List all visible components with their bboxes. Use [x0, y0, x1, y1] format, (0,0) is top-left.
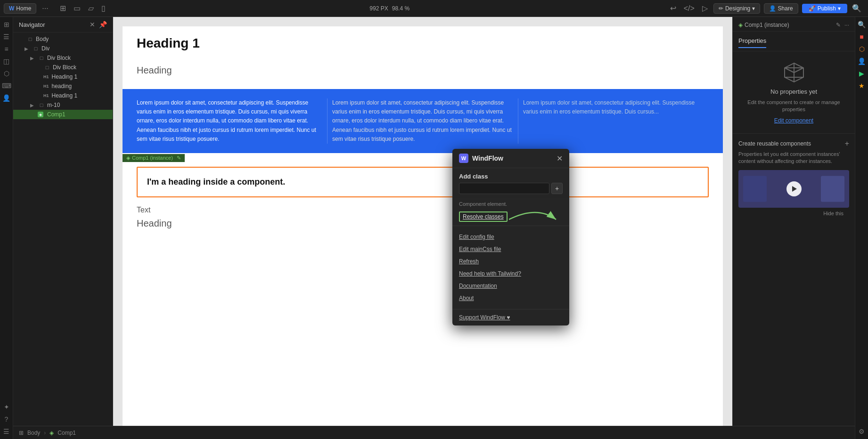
navigator-header-icons: ✕ 📌: [90, 21, 107, 28]
comp-box-heading: I'm a heading inside a component.: [147, 177, 698, 187]
nav-heading1-2-label: Heading 1: [52, 92, 78, 99]
topbar-left: W Home ···: [4, 3, 52, 14]
left-icon-bottom-1[interactable]: ✦: [1, 401, 12, 413]
preview-card-2: [821, 176, 844, 202]
nav-item-heading1-1[interactable]: H1 Heading 1: [13, 72, 113, 81]
edit-icon-bar: ✎: [177, 155, 181, 161]
mobile-portrait-icon[interactable]: ▯: [99, 3, 107, 14]
rocket-icon: 🚀: [809, 5, 816, 12]
canvas-blue-row: Lorem ipsum dolor sit amet, consectetur …: [123, 89, 723, 153]
right-icon-star[interactable]: ★: [856, 80, 868, 91]
chevron-down-icon: ▾: [752, 5, 755, 12]
left-icon-6[interactable]: ⌨: [1, 80, 12, 91]
share-button[interactable]: 👤 Share: [764, 3, 798, 14]
bottom-breadcrumb-bar: ⊞ Body › ◈ Comp1: [113, 426, 732, 439]
expand-arrow-div: ▶: [25, 46, 30, 51]
undo-button[interactable]: ↩: [668, 3, 678, 14]
right-icon-components[interactable]: ⬡: [856, 43, 868, 55]
create-plus-button[interactable]: +: [845, 139, 849, 148]
nav-item-body[interactable]: □ Body: [13, 34, 113, 44]
mobile-landscape-icon[interactable]: ▱: [86, 3, 96, 14]
windflow-menu-edit-config[interactable]: Edit config file: [452, 231, 569, 243]
tablet-icon[interactable]: ▭: [72, 3, 82, 14]
nav-item-comp1[interactable]: ◈ Comp1: [13, 110, 113, 119]
play-triangle: [792, 186, 797, 192]
windflow-separator-2: [452, 309, 569, 309]
play-button[interactable]: [786, 181, 802, 196]
h1-badge-class: H1: [43, 84, 49, 89]
create-reusable-section: Create reusable components + Properties …: [733, 133, 855, 225]
desktop-icon[interactable]: ⊞: [58, 3, 68, 14]
windflow-add-class-button[interactable]: +: [551, 183, 563, 194]
canvas-blue-col-left: Lorem ipsum dolor sit amet, consectetur …: [137, 98, 327, 144]
video-preview[interactable]: [738, 170, 849, 208]
webflow-logo: W: [9, 5, 14, 12]
windflow-logo-text: WindFlow: [472, 154, 503, 162]
nav-item-divblock2[interactable]: □ Div Block: [13, 63, 113, 72]
no-props-desc: Edit the component to create or manage p…: [740, 99, 847, 114]
edit-comp-header-button[interactable]: ✎: [836, 22, 841, 28]
comp1-dot: ◈: [38, 112, 43, 117]
edit-component-link[interactable]: Edit component: [774, 117, 813, 124]
right-icon-person[interactable]: 👤: [856, 56, 868, 67]
comp-box[interactable]: I'm a heading inside a component.: [137, 167, 709, 197]
windflow-support-link[interactable]: Support WindFlow ♥: [452, 311, 569, 325]
close-navigator-button[interactable]: ✕: [90, 21, 95, 28]
comp-instance-wrapper: ◈ Comp1 (instance) ✎ I'm a heading insid…: [123, 153, 723, 197]
code-button[interactable]: </>: [682, 3, 696, 14]
nav-m10-label: m-10: [47, 102, 60, 108]
topbar: W Home ··· ⊞ ▭ ▱ ▯ 992 PX 98.4 % ↩ </> ▷…: [0, 0, 868, 17]
left-icon-3[interactable]: ≡: [1, 43, 12, 55]
nav-item-div[interactable]: ▶ □ Div: [13, 44, 113, 53]
right-icon-arrow[interactable]: ▶: [856, 68, 868, 79]
left-icon-4[interactable]: ◫: [1, 56, 12, 67]
pencil-icon: ✏: [719, 5, 723, 12]
left-icon-2[interactable]: ☰: [1, 31, 12, 42]
nav-item-divblock1[interactable]: ▶ □ Div Block: [13, 53, 113, 63]
left-icon-5[interactable]: ⬡: [1, 68, 12, 79]
canvas-text-label: Text: [123, 202, 723, 214]
topbar-more-button[interactable]: ···: [38, 4, 52, 13]
windflow-class-input[interactable]: [459, 183, 549, 194]
hide-this-button[interactable]: Hide this: [738, 208, 849, 219]
nav-item-heading1-2[interactable]: H1 Heading 1: [13, 91, 113, 100]
topbar-center: 992 PX 98.4 %: [113, 5, 666, 12]
windflow-logo-icon: W: [459, 154, 468, 163]
left-icon-1[interactable]: ⊞: [1, 19, 12, 30]
right-icon-settings[interactable]: ⚙: [856, 426, 868, 437]
home-label: Home: [16, 5, 31, 12]
canvas-blue-col-far: Lorem ipsum dolor sit amet, consectetur …: [518, 98, 709, 144]
cube-icon: [782, 61, 806, 84]
navigator-header: Navigator ✕ 📌: [13, 17, 113, 33]
nav-item-heading-class[interactable]: H1 heading: [13, 81, 113, 91]
right-icon-layers[interactable]: ■: [856, 31, 868, 42]
comp-instance-bar: ◈ Comp1 (instance) ✎: [123, 154, 185, 162]
search-button[interactable]: 🔍: [849, 3, 864, 14]
left-icon-7[interactable]: 👤: [1, 92, 12, 104]
home-button[interactable]: W Home: [4, 3, 36, 14]
preview-button[interactable]: ▷: [700, 3, 710, 14]
pin-navigator-button[interactable]: 📌: [99, 21, 107, 28]
left-icon-bottom-2[interactable]: ?: [1, 414, 12, 425]
right-icon-search[interactable]: 🔍: [856, 19, 868, 30]
windflow-resolve-classes-link[interactable]: Resolve classes: [459, 211, 508, 222]
windflow-popup: W WindFlow ✕ Add class + Component eleme…: [452, 149, 569, 325]
nav-item-m10[interactable]: ▶ □ m-10: [13, 100, 113, 110]
properties-title: Properties: [738, 37, 766, 48]
left-icon-bottom-3[interactable]: ☰: [1, 426, 12, 437]
publish-button[interactable]: 🚀 Publish ▾: [802, 4, 847, 13]
expand-arrow-m10: ▶: [30, 103, 36, 108]
windflow-menu-refresh[interactable]: Refresh: [452, 255, 569, 268]
windflow-menu-docs[interactable]: Documentation: [452, 280, 569, 292]
windflow-close-button[interactable]: ✕: [557, 154, 563, 163]
canvas-blue-col-right: Lorem ipsum dolor sit amet, consectetur …: [327, 98, 518, 144]
share-label: Share: [778, 5, 793, 12]
topbar-right: ↩ </> ▷ ✏ Designing ▾ 👤 Share 🚀 Publish …: [668, 3, 847, 14]
windflow-menu-edit-css[interactable]: Edit mainCss file: [452, 243, 569, 255]
windflow-menu-about[interactable]: About: [452, 292, 569, 304]
mode-button[interactable]: ✏ Designing ▾: [713, 3, 760, 14]
preview-card-1: [743, 176, 767, 202]
resolution-display: 992 PX: [369, 5, 388, 12]
windflow-menu-tailwind-help[interactable]: Need help with Tailwind?: [452, 268, 569, 280]
more-comp-header-button[interactable]: ···: [844, 22, 849, 28]
